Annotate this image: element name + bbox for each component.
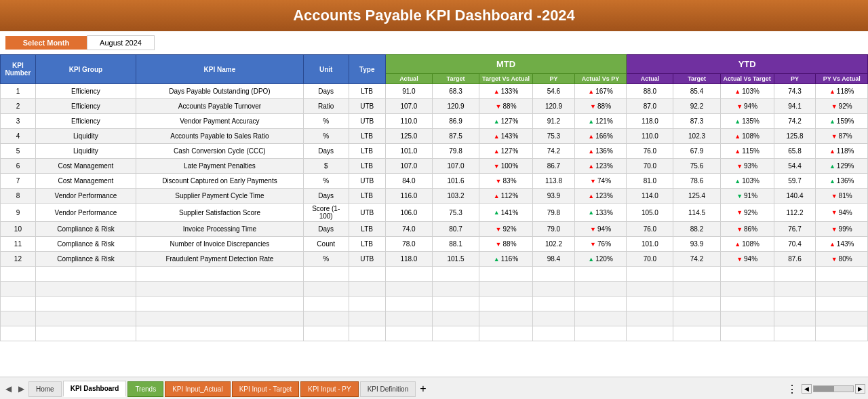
- cell-mtd-avpy: ▲ 121%: [574, 114, 627, 129]
- tab-kpi-input-py[interactable]: KPI Input - PY: [300, 381, 358, 397]
- cell-empty: [1, 267, 36, 282]
- col-header-mtd-avpy: Actual Vs PY: [574, 74, 627, 84]
- cell-name: Supplier Payment Cycle Time: [136, 189, 303, 204]
- cell-empty: [533, 297, 575, 311]
- cell-empty: [774, 311, 816, 326]
- table-row: 5LiquidityCash Conversion Cycle (CCC)Day…: [1, 144, 868, 159]
- cell-mtd-tva: ▲ 127%: [479, 114, 533, 129]
- tab-next-button[interactable]: ▶: [16, 384, 27, 394]
- tab-more-button[interactable]: ⋮: [784, 383, 800, 396]
- tab-kpi-definition[interactable]: KPI Definition: [360, 381, 416, 397]
- cell-empty: [35, 297, 136, 311]
- cell-empty: [774, 267, 816, 282]
- select-month-button[interactable]: Select Month: [5, 36, 87, 50]
- cell-ytd-target: 102.3: [673, 129, 720, 144]
- cell-ytd-pvsa: ▼ 80%: [816, 252, 868, 267]
- table-row-empty: [1, 267, 868, 282]
- cell-ytd-pvsa: ▼ 81%: [816, 189, 868, 204]
- cell-empty: [816, 267, 868, 282]
- col-header-ytd-pvsa: PY Vs Actual: [816, 74, 868, 84]
- cell-mtd-target: 120.9: [432, 99, 479, 114]
- cell-mtd-py: 98.4: [533, 252, 575, 267]
- tab-trends[interactable]: Trends: [127, 381, 163, 397]
- table-row: 10Compliance & RiskInvoice Processing Ti…: [1, 222, 868, 237]
- tab-add-button[interactable]: +: [417, 383, 429, 395]
- cell-empty: [35, 311, 136, 326]
- cell-unit: %: [303, 114, 349, 129]
- cell-mtd-avpy: ▲ 120%: [574, 252, 627, 267]
- cell-empty: [627, 326, 673, 341]
- cell-ytd-py: 112.2: [774, 204, 816, 222]
- col-header-unit: Unit: [303, 55, 349, 84]
- cell-mtd-py: 93.9: [533, 189, 575, 204]
- controls-bar: Select Month August 2024: [0, 31, 868, 54]
- tab-home[interactable]: Home: [28, 381, 62, 397]
- cell-unit: Count: [303, 237, 349, 252]
- cell-ytd-actual: 76.0: [627, 144, 673, 159]
- cell-ytd-avt: ▼ 91%: [720, 189, 774, 204]
- cell-empty: [385, 326, 432, 341]
- cell-ytd-actual: 70.0: [627, 252, 673, 267]
- cell-group: Vendor Performance: [35, 204, 136, 222]
- cell-group: Efficiency: [35, 114, 136, 129]
- cell-empty: [673, 267, 720, 282]
- cell-empty: [349, 311, 385, 326]
- cell-mtd-py: 120.9: [533, 99, 575, 114]
- cell-empty: [303, 267, 349, 282]
- cell-num: 10: [1, 222, 36, 237]
- cell-empty: [1, 282, 36, 297]
- cell-empty: [349, 267, 385, 282]
- cell-ytd-py: 74.3: [774, 84, 816, 99]
- cell-mtd-actual: 107.0: [385, 159, 432, 174]
- cell-mtd-py: 54.6: [533, 84, 575, 99]
- cell-group: Compliance & Risk: [35, 252, 136, 267]
- cell-ytd-target: 88.2: [673, 222, 720, 237]
- col-header-type: Type: [349, 55, 385, 84]
- cell-ytd-target: 92.2: [673, 99, 720, 114]
- cell-ytd-py: 59.7: [774, 174, 816, 189]
- cell-ytd-target: 78.6: [673, 174, 720, 189]
- cell-empty: [720, 326, 774, 341]
- tab-kpi-input-target[interactable]: KPI Input - Target: [232, 381, 300, 397]
- cell-ytd-py: 87.6: [774, 252, 816, 267]
- col-header-ytd-py: PY: [774, 74, 816, 84]
- cell-ytd-py: 74.2: [774, 114, 816, 129]
- cell-mtd-target: 79.8: [432, 144, 479, 159]
- table-row: 6Cost ManagementLate Payment Penalties$L…: [1, 159, 868, 174]
- cell-mtd-avpy: ▲ 167%: [574, 84, 627, 99]
- cell-ytd-py: 94.1: [774, 99, 816, 114]
- cell-mtd-avpy: ▼ 94%: [574, 222, 627, 237]
- tab-prev-button[interactable]: ◀: [3, 384, 14, 394]
- scroll-right-button[interactable]: ▶: [855, 384, 865, 394]
- cell-unit: %: [303, 174, 349, 189]
- cell-ytd-avt: ▲ 108%: [720, 129, 774, 144]
- cell-group: Liquidity: [35, 129, 136, 144]
- col-header-ytd-actual: Actual: [627, 74, 673, 84]
- cell-mtd-target: 86.9: [432, 114, 479, 129]
- scroll-left-button[interactable]: ◀: [802, 384, 812, 394]
- cell-ytd-avt: ▲ 103%: [720, 174, 774, 189]
- cell-empty: [574, 267, 627, 282]
- scrollbar-track: [813, 385, 854, 392]
- cell-num: 5: [1, 144, 36, 159]
- cell-mtd-target: 68.3: [432, 84, 479, 99]
- cell-group: Compliance & Risk: [35, 222, 136, 237]
- cell-empty: [673, 282, 720, 297]
- cell-mtd-avpy: ▼ 74%: [574, 174, 627, 189]
- cell-num: 11: [1, 237, 36, 252]
- table-row: 12Compliance & RiskFraudulent Payment De…: [1, 252, 868, 267]
- cell-unit: Ratio: [303, 99, 349, 114]
- cell-ytd-target: 85.4: [673, 84, 720, 99]
- table-row: 1EfficiencyDays Payable Outstanding (DPO…: [1, 84, 868, 99]
- cell-empty: [533, 267, 575, 282]
- tab-kpi-dashboard[interactable]: KPI Dashboard: [63, 381, 127, 397]
- cell-ytd-pvsa: ▲ 129%: [816, 159, 868, 174]
- cell-empty: [627, 311, 673, 326]
- cell-ytd-actual: 105.0: [627, 204, 673, 222]
- ytd-group-header: YTD: [627, 55, 868, 74]
- cell-empty: [136, 326, 303, 341]
- cell-ytd-pvsa: ▼ 94%: [816, 204, 868, 222]
- cell-mtd-tva: ▲ 127%: [479, 144, 533, 159]
- cell-ytd-actual: 70.0: [627, 159, 673, 174]
- tab-kpi-input-actual[interactable]: KPI Input_Actual: [165, 381, 231, 397]
